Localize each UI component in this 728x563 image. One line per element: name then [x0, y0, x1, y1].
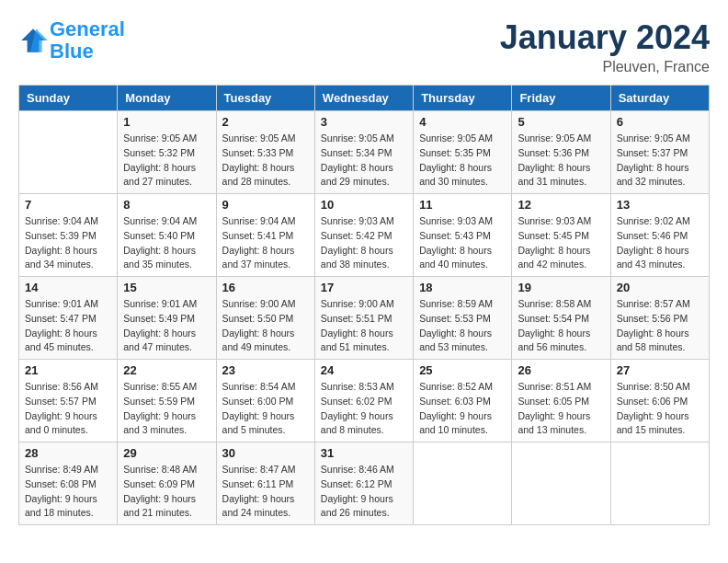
day-info: Sunrise: 8:49 AMSunset: 6:08 PMDaylight:…	[25, 463, 111, 521]
day-info: Sunrise: 9:02 AMSunset: 5:46 PMDaylight:…	[617, 214, 703, 272]
day-number: 4	[419, 115, 506, 129]
day-info: Sunrise: 9:04 AMSunset: 5:39 PMDaylight:…	[25, 214, 111, 272]
col-header-friday: Friday	[512, 86, 610, 111]
day-number: 27	[617, 363, 703, 377]
day-number: 29	[123, 446, 210, 460]
day-info: Sunrise: 8:52 AMSunset: 6:03 PMDaylight:…	[419, 380, 506, 438]
day-number: 6	[617, 115, 703, 129]
calendar-cell: 31Sunrise: 8:46 AMSunset: 6:12 PMDayligh…	[314, 442, 413, 525]
day-info: Sunrise: 9:00 AMSunset: 5:50 PMDaylight:…	[222, 297, 309, 355]
day-info: Sunrise: 8:54 AMSunset: 6:00 PMDaylight:…	[222, 380, 309, 438]
calendar-cell: 20Sunrise: 8:57 AMSunset: 5:56 PMDayligh…	[610, 277, 709, 360]
day-number: 17	[321, 281, 407, 294]
logo-icon	[18, 26, 48, 55]
day-number: 5	[518, 115, 604, 129]
calendar-cell	[610, 442, 709, 525]
calendar-cell: 7Sunrise: 9:04 AMSunset: 5:39 PMDaylight…	[19, 194, 118, 277]
day-number: 14	[25, 281, 111, 294]
col-header-sunday: Sunday	[19, 86, 118, 111]
calendar-cell: 30Sunrise: 8:47 AMSunset: 6:11 PMDayligh…	[216, 442, 314, 525]
week-row-2: 7Sunrise: 9:04 AMSunset: 5:39 PMDaylight…	[19, 194, 710, 277]
calendar-cell: 2Sunrise: 9:05 AMSunset: 5:33 PMDaylight…	[216, 111, 314, 194]
day-info: Sunrise: 9:05 AMSunset: 5:32 PMDaylight:…	[123, 132, 210, 190]
day-number: 31	[321, 446, 407, 460]
day-info: Sunrise: 9:01 AMSunset: 5:47 PMDaylight:…	[25, 297, 111, 355]
day-number: 7	[25, 198, 111, 212]
day-info: Sunrise: 9:04 AMSunset: 5:41 PMDaylight:…	[222, 214, 309, 272]
day-info: Sunrise: 9:04 AMSunset: 5:40 PMDaylight:…	[123, 214, 210, 272]
day-number: 15	[123, 281, 210, 294]
col-header-wednesday: Wednesday	[314, 86, 413, 111]
calendar-cell: 6Sunrise: 9:05 AMSunset: 5:37 PMDaylight…	[610, 111, 709, 194]
calendar-cell	[414, 442, 512, 525]
day-info: Sunrise: 8:46 AMSunset: 6:12 PMDaylight:…	[321, 463, 407, 521]
calendar-cell	[512, 442, 610, 525]
calendar-table: SundayMondayTuesdayWednesdayThursdayFrid…	[18, 85, 710, 525]
calendar-cell: 28Sunrise: 8:49 AMSunset: 6:08 PMDayligh…	[19, 442, 118, 525]
day-number: 16	[222, 281, 309, 294]
calendar-cell: 25Sunrise: 8:52 AMSunset: 6:03 PMDayligh…	[414, 360, 512, 442]
day-number: 12	[518, 198, 604, 212]
day-info: Sunrise: 8:58 AMSunset: 5:54 PMDaylight:…	[518, 297, 604, 355]
calendar-cell: 10Sunrise: 9:03 AMSunset: 5:42 PMDayligh…	[314, 194, 413, 277]
day-info: Sunrise: 9:03 AMSunset: 5:45 PMDaylight:…	[518, 214, 604, 272]
week-row-5: 28Sunrise: 8:49 AMSunset: 6:08 PMDayligh…	[19, 442, 710, 525]
day-info: Sunrise: 8:57 AMSunset: 5:56 PMDaylight:…	[617, 297, 703, 355]
calendar-cell	[19, 111, 118, 194]
calendar-cell: 15Sunrise: 9:01 AMSunset: 5:49 PMDayligh…	[118, 277, 216, 360]
day-info: Sunrise: 9:03 AMSunset: 5:42 PMDaylight:…	[321, 214, 407, 272]
day-info: Sunrise: 9:03 AMSunset: 5:43 PMDaylight:…	[419, 214, 506, 272]
day-number: 20	[617, 281, 703, 294]
day-number: 18	[419, 281, 506, 294]
calendar-cell: 27Sunrise: 8:50 AMSunset: 6:06 PMDayligh…	[610, 360, 709, 442]
day-number: 23	[222, 363, 309, 377]
day-info: Sunrise: 9:05 AMSunset: 5:34 PMDaylight:…	[321, 132, 407, 190]
calendar-cell: 13Sunrise: 9:02 AMSunset: 5:46 PMDayligh…	[610, 194, 709, 277]
calendar-cell: 1Sunrise: 9:05 AMSunset: 5:32 PMDaylight…	[118, 111, 216, 194]
day-info: Sunrise: 9:05 AMSunset: 5:33 PMDaylight:…	[222, 132, 309, 190]
calendar-cell: 5Sunrise: 9:05 AMSunset: 5:36 PMDaylight…	[512, 111, 610, 194]
col-header-monday: Monday	[118, 86, 216, 111]
day-info: Sunrise: 8:59 AMSunset: 5:53 PMDaylight:…	[419, 297, 506, 355]
day-number: 9	[222, 198, 309, 212]
logo-text: General Blue	[50, 18, 125, 63]
day-number: 8	[123, 198, 210, 212]
calendar-cell: 9Sunrise: 9:04 AMSunset: 5:41 PMDaylight…	[216, 194, 314, 277]
day-number: 10	[321, 198, 407, 212]
day-number: 2	[222, 115, 309, 129]
calendar-cell: 14Sunrise: 9:01 AMSunset: 5:47 PMDayligh…	[19, 277, 118, 360]
day-number: 19	[518, 281, 604, 294]
day-info: Sunrise: 8:55 AMSunset: 5:59 PMDaylight:…	[123, 380, 210, 438]
col-header-thursday: Thursday	[414, 86, 512, 111]
logo: General Blue	[18, 18, 125, 63]
calendar-cell: 4Sunrise: 9:05 AMSunset: 5:35 PMDaylight…	[414, 111, 512, 194]
day-number: 30	[222, 446, 309, 460]
calendar-cell: 21Sunrise: 8:56 AMSunset: 5:57 PMDayligh…	[19, 360, 118, 442]
header-row: SundayMondayTuesdayWednesdayThursdayFrid…	[19, 86, 710, 111]
page-header: General Blue January 2024 Pleuven, Franc…	[18, 18, 710, 75]
calendar-title: January 2024	[500, 18, 710, 57]
day-number: 28	[25, 446, 111, 460]
calendar-cell: 22Sunrise: 8:55 AMSunset: 5:59 PMDayligh…	[118, 360, 216, 442]
week-row-4: 21Sunrise: 8:56 AMSunset: 5:57 PMDayligh…	[19, 360, 710, 442]
calendar-cell: 26Sunrise: 8:51 AMSunset: 6:05 PMDayligh…	[512, 360, 610, 442]
day-info: Sunrise: 8:51 AMSunset: 6:05 PMDaylight:…	[518, 380, 604, 438]
day-number: 13	[617, 198, 703, 212]
day-info: Sunrise: 9:05 AMSunset: 5:37 PMDaylight:…	[617, 132, 703, 190]
title-block: January 2024 Pleuven, France	[500, 18, 710, 75]
calendar-cell: 29Sunrise: 8:48 AMSunset: 6:09 PMDayligh…	[118, 442, 216, 525]
calendar-cell: 17Sunrise: 9:00 AMSunset: 5:51 PMDayligh…	[314, 277, 413, 360]
day-info: Sunrise: 9:00 AMSunset: 5:51 PMDaylight:…	[321, 297, 407, 355]
day-info: Sunrise: 8:48 AMSunset: 6:09 PMDaylight:…	[123, 463, 210, 521]
day-number: 21	[25, 363, 111, 377]
col-header-tuesday: Tuesday	[216, 86, 314, 111]
day-number: 26	[518, 363, 604, 377]
week-row-3: 14Sunrise: 9:01 AMSunset: 5:47 PMDayligh…	[19, 277, 710, 360]
day-info: Sunrise: 9:05 AMSunset: 5:35 PMDaylight:…	[419, 132, 506, 190]
week-row-1: 1Sunrise: 9:05 AMSunset: 5:32 PMDaylight…	[19, 111, 710, 194]
calendar-cell: 8Sunrise: 9:04 AMSunset: 5:40 PMDaylight…	[118, 194, 216, 277]
logo-general: General	[50, 17, 125, 40]
calendar-cell: 12Sunrise: 9:03 AMSunset: 5:45 PMDayligh…	[512, 194, 610, 277]
day-number: 22	[123, 363, 210, 377]
day-info: Sunrise: 8:47 AMSunset: 6:11 PMDaylight:…	[222, 463, 309, 521]
